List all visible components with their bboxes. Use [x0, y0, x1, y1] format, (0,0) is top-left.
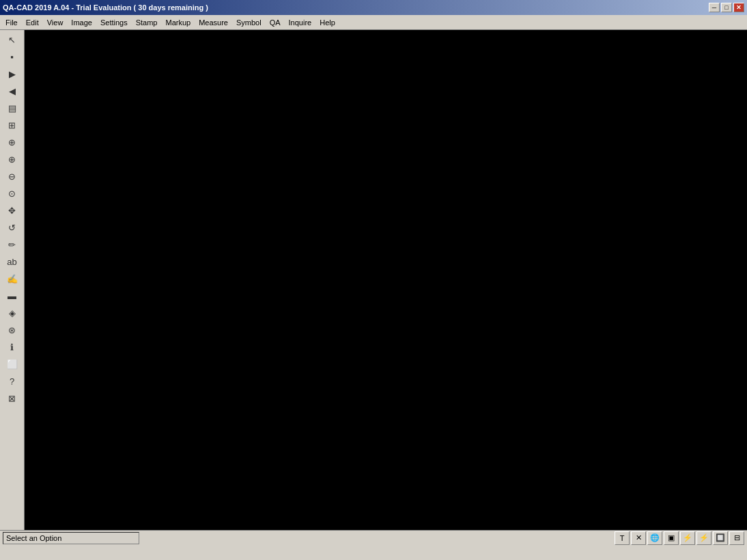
- tool-pencil[interactable]: ✏: [3, 236, 22, 253]
- tool-extra[interactable]: ⊠: [3, 390, 22, 406]
- tool-symbol2[interactable]: ⊛: [3, 322, 22, 338]
- status-icon-3[interactable]: ▣: [664, 531, 679, 545]
- status-icon-1[interactable]: ✕: [631, 531, 646, 545]
- close-button[interactable]: ✕: [733, 3, 744, 12]
- menu-item-qa[interactable]: QA: [266, 17, 285, 28]
- menu-item-symbol[interactable]: Symbol: [232, 17, 266, 28]
- menu-item-inquire[interactable]: Inquire: [285, 17, 316, 28]
- status-icon-5[interactable]: ⚡: [696, 531, 711, 545]
- maximize-button[interactable]: □: [721, 3, 732, 12]
- menu-item-measure[interactable]: Measure: [195, 17, 232, 28]
- tool-markup2[interactable]: ✍: [3, 270, 22, 287]
- tool-zoom-out[interactable]: ⊖: [3, 168, 22, 184]
- titlebar: QA-CAD 2019 A.04 - Trial Evaluation ( 30…: [0, 0, 747, 15]
- tool-pan[interactable]: ✥: [3, 202, 22, 219]
- tool-zoom-fit[interactable]: ⊕: [3, 134, 22, 150]
- menu-item-file[interactable]: File: [1, 17, 22, 28]
- tool-help[interactable]: ?: [3, 373, 22, 389]
- main-layout: ↖▪▶◀▤⊞⊕⊕⊖⊙✥↺✏ab✍▬◈⊛ℹ⬜?⊠: [0, 30, 747, 530]
- status-icon-4[interactable]: ⚡: [680, 531, 695, 545]
- status-icon-0[interactable]: T: [615, 531, 630, 545]
- status-icon-7[interactable]: ⊟: [729, 531, 744, 545]
- toolbar: ↖▪▶◀▤⊞⊕⊕⊖⊙✥↺✏ab✍▬◈⊛ℹ⬜?⊠: [0, 30, 25, 530]
- menu-item-view[interactable]: View: [43, 17, 68, 28]
- menu-item-settings[interactable]: Settings: [96, 17, 132, 28]
- tool-note[interactable]: ℹ: [3, 339, 22, 355]
- tool-zoom-area[interactable]: ⊙: [3, 185, 22, 201]
- tool-layers[interactable]: ⊞: [3, 117, 22, 133]
- tool-forward[interactable]: ▶: [3, 66, 22, 82]
- tool-text[interactable]: ab: [3, 253, 22, 270]
- tool-save[interactable]: ▪: [3, 48, 22, 65]
- menubar: FileEditViewImageSettingsStampMarkupMeas…: [0, 15, 747, 30]
- statusbar: Select an Option T✕🌐▣⚡⚡🔲⊟: [0, 530, 747, 545]
- menu-item-markup[interactable]: Markup: [161, 17, 195, 28]
- tool-rotate[interactable]: ↺: [3, 219, 22, 236]
- status-icon-6[interactable]: 🔲: [713, 531, 728, 545]
- status-text: Select an Option: [3, 532, 139, 544]
- titlebar-buttons: ─ □ ✕: [709, 3, 744, 12]
- tool-highlight[interactable]: ▬: [3, 288, 22, 304]
- tool-print[interactable]: ▤: [3, 100, 22, 116]
- tool-pointer[interactable]: ↖: [3, 31, 22, 48]
- minimize-button[interactable]: ─: [709, 3, 720, 12]
- tool-zoom-in[interactable]: ⊕: [3, 151, 22, 167]
- menu-item-edit[interactable]: Edit: [22, 17, 43, 28]
- canvas-area: [25, 30, 747, 530]
- tool-eraser[interactable]: ⬜: [3, 356, 22, 372]
- menu-item-stamp[interactable]: Stamp: [132, 17, 162, 28]
- titlebar-title: QA-CAD 2019 A.04 - Trial Evaluation ( 30…: [3, 3, 208, 12]
- tool-stamp2[interactable]: ◈: [3, 305, 22, 321]
- tool-back[interactable]: ◀: [3, 83, 22, 99]
- menu-item-image[interactable]: Image: [67, 17, 96, 28]
- status-icon-2[interactable]: 🌐: [647, 531, 662, 545]
- status-icons: T✕🌐▣⚡⚡🔲⊟: [615, 531, 744, 545]
- menu-item-help[interactable]: Help: [315, 17, 339, 28]
